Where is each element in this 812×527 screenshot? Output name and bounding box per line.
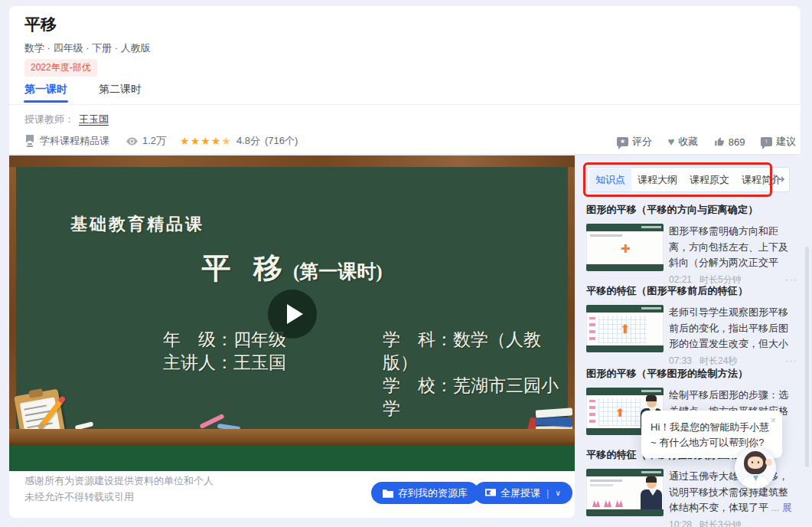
knowledge-item-text: 老师引导学生观察图形平移前后的变化，指出平移后图形的位置发生改变，但大小和 ..…	[669, 305, 797, 369]
fullscreen-button-label: 全屏授课	[501, 486, 540, 500]
play-button[interactable]	[268, 290, 317, 339]
chevron-down-icon[interactable]: ∨	[555, 489, 560, 497]
close-icon[interactable]: ×	[770, 413, 776, 428]
course-type-label: 学科课程精品课	[40, 134, 109, 148]
course-meta: 数学 · 四年级 · 下册 · 人教版	[24, 41, 151, 55]
arrow-up-icon: ⬆	[620, 322, 630, 336]
timestamp-duration: 10:28时长3分钟	[669, 517, 742, 527]
divider	[9, 154, 801, 155]
screen-icon	[485, 489, 496, 498]
thanks-text-1: 感谢所有为资源建设提供资料的单位和个人	[24, 474, 214, 488]
views-count: 1.2万	[142, 134, 166, 148]
favorite-button[interactable]: ♥ 收藏	[667, 135, 698, 149]
teacher-row: 授课教师：王玉国	[24, 113, 109, 126]
star-icon: ★	[211, 135, 222, 147]
button-divider: |	[546, 487, 549, 499]
medal-icon	[24, 135, 35, 147]
item-description: 图形平移需明确方向和距离，方向包括左右、上下及斜向（分解为两次正交平移）。	[669, 225, 788, 271]
rating-row: 学科课程精品课 1.2万 ★★★★★ 4.8分 (716个)	[24, 134, 298, 148]
folder-icon	[383, 489, 393, 498]
chalk-tray	[9, 429, 575, 445]
save-to-library-button[interactable]: 存到我的资源库	[371, 482, 479, 504]
star-icon: ★	[201, 135, 211, 147]
award-badge: 2022年度-部优	[24, 59, 97, 77]
divider	[9, 104, 801, 105]
thumbs-up-icon	[714, 136, 725, 147]
star-icon: ★	[191, 135, 201, 147]
sidebar-tab-bar: 知识点 课程大纲 课程原文 课程简介	[587, 167, 790, 192]
rating-score: 4.8分	[236, 134, 260, 148]
teacher-figure	[641, 477, 662, 509]
heart-icon: ♥	[667, 137, 674, 146]
truncation-dots: ...	[771, 502, 780, 513]
page-title: 平移	[24, 14, 57, 35]
suggest-label: 建议	[776, 135, 796, 149]
knowledge-item-title: 图形的平移（平移图形的绘制方法）	[586, 367, 797, 381]
video-title-sub: (第一课时)	[293, 261, 383, 282]
star-icon: ★	[180, 135, 191, 147]
teacher-name-link[interactable]: 王玉国	[79, 113, 109, 125]
board-frame-left	[9, 167, 16, 429]
knowledge-item-text: 图形平移需明确方向和距离，方向包括左右、上下及斜向（分解为两次正交平移）。 ..…	[669, 224, 797, 288]
arrow-up-icon: ⬆	[615, 406, 625, 420]
tab-lesson-1[interactable]: 第一课时	[24, 83, 67, 97]
video-info-left: 年 级：四年级 主讲人：王玉国	[163, 329, 286, 375]
board-frame-top	[9, 155, 575, 167]
rating-count: (716个)	[265, 134, 298, 148]
views-icon	[126, 137, 138, 146]
knowledge-item-thumbnail[interactable]	[586, 469, 664, 516]
video-title: 平 移 (第一课时)	[9, 249, 575, 288]
video-player[interactable]: 基础教育精品课 平 移 (第一课时) 年 级：四年级 主讲人：王玉国 学 科：数…	[9, 155, 575, 471]
tab-lesson-2[interactable]: 第二课时	[99, 83, 142, 97]
like-button[interactable]: 869	[714, 135, 745, 149]
fullscreen-teach-button[interactable]: 全屏授课 | ∨	[474, 482, 572, 504]
subject-line: 学 科：数学（人教版）	[383, 329, 575, 375]
item-description: 老师引导学生观察图形平移前后的变化，指出平移后图形的位置发生改变，但大小和	[669, 306, 788, 352]
knowledge-item-thumbnail[interactable]: ⬆	[586, 305, 664, 352]
knowledge-item: 图形的平移（平移的方向与距离确定） ✚ 图形平移需明确方向和距离，方向包括左右、…	[586, 203, 797, 288]
suggest-icon: !	[761, 137, 772, 146]
star-icon-partial: ★	[221, 135, 232, 147]
board-bottom-strip	[9, 445, 575, 471]
like-count: 869	[729, 136, 745, 148]
knowledge-item-title: 平移的特征（图形平移前后的特征）	[586, 284, 797, 298]
tab-course-transcript[interactable]: 课程原文	[683, 169, 735, 191]
rate-icon: ★	[617, 137, 628, 146]
assistant-avatar[interactable]	[735, 447, 776, 489]
knowledge-item: 平移的特征（图形平移前后的特征） ⬆ 老师引导学生观察图形平移前后的变化，指出平…	[586, 284, 797, 369]
rate-button[interactable]: ★ 评分	[617, 135, 652, 149]
course-page: 平移 数学 · 四年级 · 下册 · 人教版 2022年度-部优 第一课时 第二…	[0, 0, 812, 527]
video-title-main: 平 移	[201, 252, 290, 284]
speaker-line: 主讲人：王玉国	[163, 352, 286, 375]
arrow-icon: ✚	[621, 242, 631, 256]
star-rating: ★★★★★	[180, 135, 232, 147]
tab-course-outline[interactable]: 课程大纲	[631, 169, 683, 191]
grade-line: 年 级：四年级	[163, 329, 286, 352]
knowledge-item-title: 图形的平移（平移的方向与距离确定）	[586, 203, 797, 217]
video-banner-text: 基础教育精品课	[70, 213, 204, 236]
suggest-button[interactable]: ! 建议	[761, 135, 796, 149]
teacher-label: 授课教师：	[24, 113, 74, 125]
knowledge-item-thumbnail[interactable]: ✚	[586, 224, 664, 271]
thanks-text-2: 未经允许不得转载或引用	[24, 490, 134, 504]
save-button-label: 存到我的资源库	[398, 486, 468, 500]
scrollbar-thumb[interactable]	[805, 247, 809, 467]
knowledge-item-text: 通过玉佛寺大雄宝殿平移，说明平移技术需保持建筑整体结构不变，体现了平 ... 展…	[669, 469, 797, 527]
favorite-label: 收藏	[678, 135, 698, 149]
rate-label: 评分	[632, 135, 652, 149]
active-tab-underline	[24, 100, 68, 103]
action-bar: ★ 评分 ♥ 收藏 869 ! 建议	[617, 135, 796, 149]
header-card	[9, 6, 801, 155]
collapse-panel-icon[interactable]	[773, 174, 785, 185]
tab-knowledge-points[interactable]: 知识点	[589, 169, 631, 191]
assistant-message: Hi！我是您的智能助手小慧~ 有什么地方可以帮到你?	[651, 421, 769, 448]
